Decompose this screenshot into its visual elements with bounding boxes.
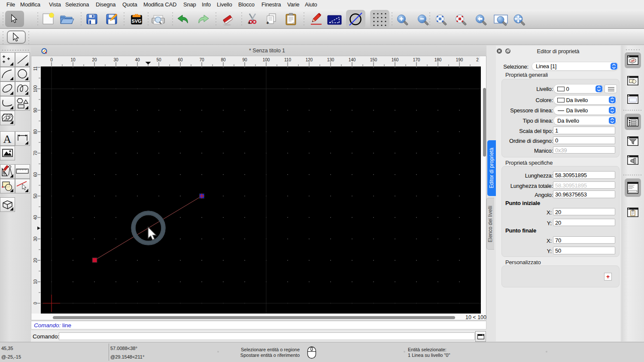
svg-text:+: + [266, 20, 269, 25]
svg-text:50: 50 [33, 193, 38, 199]
svg-text:80: 80 [33, 129, 38, 134]
svg-text:80: 80 [221, 57, 226, 62]
svg-text:+: + [248, 20, 250, 25]
svg-text:50: 50 [156, 57, 161, 62]
svg-text:180: 180 [434, 57, 442, 62]
svg-text:10: 10 [70, 57, 76, 62]
svg-text:190: 190 [456, 57, 463, 62]
svg-text:70: 70 [33, 151, 38, 156]
svg-text:120: 120 [306, 57, 313, 62]
svg-text:30: 30 [33, 236, 38, 241]
svg-text:90: 90 [242, 57, 247, 62]
svg-text:SVG: SVG [131, 18, 141, 24]
svg-text:20: 20 [33, 258, 38, 263]
svg-text:100: 100 [33, 85, 38, 92]
svg-text:100: 100 [263, 57, 270, 62]
svg-text:130: 130 [327, 57, 334, 62]
svg-text:A: A [3, 133, 12, 145]
svg-text:90: 90 [33, 108, 38, 113]
svg-text:160: 160 [392, 57, 399, 62]
svg-text:20: 20 [92, 57, 97, 62]
svg-text:0: 0 [33, 302, 38, 305]
svg-text:40: 40 [33, 215, 38, 220]
svg-text:110: 110 [284, 57, 291, 62]
svg-text:2: 2 [476, 57, 479, 62]
svg-text:30: 30 [113, 57, 118, 62]
svg-text:0: 0 [50, 57, 53, 62]
svg-text:140: 140 [349, 57, 356, 62]
svg-text:170: 170 [413, 57, 420, 62]
svg-text:40: 40 [135, 57, 140, 62]
svg-text:60: 60 [178, 57, 183, 62]
svg-text:70: 70 [199, 57, 204, 62]
svg-text:150: 150 [370, 57, 377, 62]
svg-text:110: 110 [33, 66, 38, 71]
svg-text:60: 60 [33, 172, 38, 177]
svg-text:10: 10 [33, 279, 38, 284]
